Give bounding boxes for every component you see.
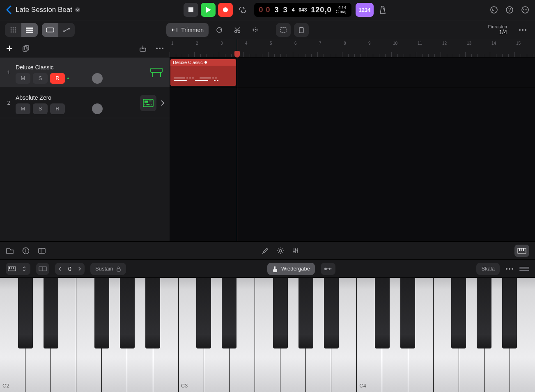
black-key[interactable] xyxy=(375,278,390,348)
svg-point-15 xyxy=(13,29,14,30)
record-enable-button[interactable]: R xyxy=(50,73,65,84)
mixer-button[interactable] xyxy=(292,248,299,254)
svg-point-2 xyxy=(223,7,228,12)
content-mode-segment[interactable] xyxy=(42,23,75,37)
expand-track-button[interactable] xyxy=(161,100,165,106)
piano-keyboard[interactable]: C2C3C4 xyxy=(0,277,535,392)
svg-point-93 xyxy=(506,268,507,270)
stop-button[interactable] xyxy=(184,3,198,17)
octave-down-button[interactable] xyxy=(58,266,62,271)
trim-tool-button[interactable]: Trimmen xyxy=(166,23,209,37)
ruler-bar-label: 8 xyxy=(344,41,346,46)
info-button[interactable] xyxy=(22,247,30,254)
brightness-button[interactable] xyxy=(277,247,284,254)
help-button[interactable]: ? xyxy=(505,6,514,14)
scissors-tool-button[interactable] xyxy=(230,23,245,37)
split-keyboard-button[interactable] xyxy=(36,263,49,275)
track-row[interactable]: 1 Deluxe Classic M S R xyxy=(0,57,170,88)
toolbar-more-button[interactable] xyxy=(515,23,530,37)
svg-point-36 xyxy=(525,29,526,31)
lcd-display[interactable]: 0 0 3 3 4 043 120,0 4 / 4 C maj xyxy=(254,3,351,17)
volume-knob[interactable] xyxy=(92,73,103,84)
timeline-ruler[interactable]: 123456789101112131415 xyxy=(170,39,535,57)
automation-view-icon[interactable] xyxy=(58,23,75,37)
split-tool-button[interactable] xyxy=(248,23,263,37)
black-key[interactable] xyxy=(400,278,415,348)
back-button[interactable] xyxy=(6,5,11,14)
import-button[interactable] xyxy=(139,45,147,52)
scale-button[interactable]: Skala xyxy=(476,263,500,275)
svg-point-13 xyxy=(15,27,16,28)
solo-button[interactable]: S xyxy=(33,103,48,114)
sustain-button[interactable]: Sustain xyxy=(90,263,126,275)
project-title[interactable]: Late Session Beat xyxy=(16,6,80,14)
instrument-icon[interactable] xyxy=(148,64,165,81)
black-key[interactable] xyxy=(94,278,109,348)
add-track-button[interactable] xyxy=(6,45,13,52)
black-key[interactable] xyxy=(44,278,58,348)
black-key[interactable] xyxy=(502,278,517,348)
record-enable-button[interactable]: R xyxy=(50,103,65,114)
library-button[interactable] xyxy=(6,248,14,254)
ruler-bar-label: 7 xyxy=(319,41,321,46)
track-number: 1 xyxy=(5,69,12,76)
grid-view-icon[interactable] xyxy=(5,23,21,37)
solo-button[interactable]: S xyxy=(33,73,48,84)
record-button[interactable] xyxy=(218,3,233,17)
playhead[interactable] xyxy=(237,39,237,241)
list-view-icon[interactable] xyxy=(21,23,38,37)
play-button[interactable] xyxy=(201,3,216,17)
black-key[interactable] xyxy=(273,278,288,348)
octave-control[interactable]: 0 xyxy=(55,263,85,275)
undo-button[interactable] xyxy=(490,6,498,14)
black-key[interactable] xyxy=(477,278,491,348)
svg-point-95 xyxy=(512,268,513,270)
region-view-icon[interactable] xyxy=(42,23,58,37)
black-key[interactable] xyxy=(324,278,339,348)
duplicate-track-button[interactable]: + xyxy=(22,45,30,52)
view-mode-segment[interactable] xyxy=(5,23,38,37)
black-key[interactable] xyxy=(298,278,313,348)
resize-handle[interactable] xyxy=(519,267,529,271)
svg-point-9 xyxy=(525,9,526,10)
clipboard-tool-button[interactable] xyxy=(294,23,309,37)
black-key[interactable] xyxy=(222,278,237,348)
mute-button[interactable]: M xyxy=(16,73,30,84)
keyboard-mode-button[interactable] xyxy=(6,263,30,275)
track-row[interactable]: 2 Absolute Zero M S R xyxy=(0,88,170,118)
volume-knob[interactable] xyxy=(92,103,103,114)
keyboard-more-button[interactable] xyxy=(505,268,514,270)
mute-button[interactable]: M xyxy=(16,103,30,114)
glissando-button[interactable] xyxy=(321,263,335,275)
track-lane[interactable] xyxy=(170,88,535,118)
black-key[interactable] xyxy=(120,278,135,348)
black-key[interactable] xyxy=(196,278,211,348)
loop-tool-button[interactable] xyxy=(212,23,227,37)
ruler-bar-label: 1 xyxy=(171,41,174,46)
lcd-beats: 3 xyxy=(283,6,288,14)
panel-toggle-button[interactable] xyxy=(38,248,46,254)
keyboard-view-button[interactable] xyxy=(514,245,529,257)
black-key[interactable] xyxy=(145,278,160,348)
cycle-button[interactable] xyxy=(235,3,250,17)
count-in-button[interactable]: 1234 xyxy=(356,3,374,17)
instrument-icon[interactable] xyxy=(140,95,156,111)
pencil-tool-button[interactable] xyxy=(262,248,269,254)
black-key[interactable] xyxy=(18,278,33,348)
black-key[interactable] xyxy=(451,278,466,348)
ruler-bar-label: 2 xyxy=(196,41,198,46)
track-lane[interactable]: Deluxe Classic xyxy=(170,57,535,88)
more-button[interactable] xyxy=(521,6,529,14)
svg-point-92 xyxy=(330,268,331,269)
metronome-button[interactable] xyxy=(379,5,387,14)
svg-rect-20 xyxy=(26,28,33,29)
marquee-tool-button[interactable] xyxy=(276,23,291,37)
octave-up-button[interactable] xyxy=(78,266,81,271)
svg-rect-55 xyxy=(146,104,147,105)
midi-region[interactable]: Deluxe Classic xyxy=(170,59,236,86)
snap-control[interactable]: Einrasten 1/4 xyxy=(488,24,507,35)
lock-icon xyxy=(116,266,121,272)
track-header-more-button[interactable] xyxy=(156,47,164,50)
play-mode-button[interactable]: Wiedergabe xyxy=(267,263,315,275)
svg-point-17 xyxy=(11,31,12,32)
